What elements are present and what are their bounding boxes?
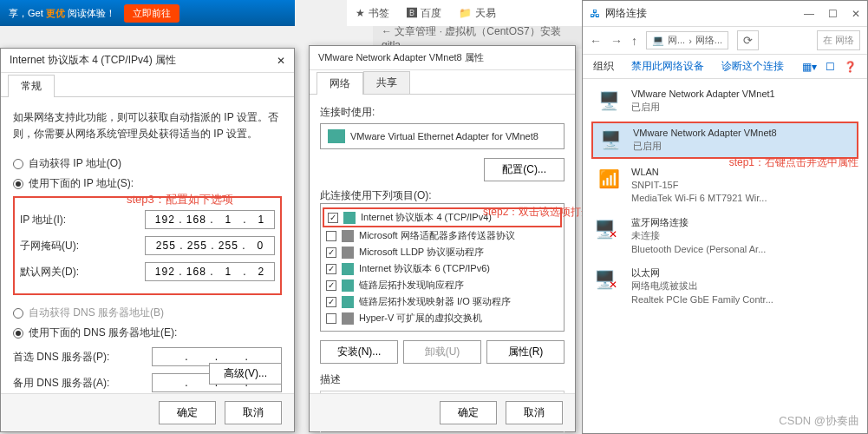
uninstall-button: 卸载(U) (403, 340, 481, 364)
breadcrumb[interactable]: 💻 网... › 网络... (646, 31, 728, 49)
bookmark-bar: ★书签 🅱百度 📁天易 (347, 0, 582, 26)
adapter-icon: 🖥️ (593, 88, 624, 114)
tab-general[interactable]: 常规 (8, 75, 55, 97)
tab-bar: 常规 (1, 73, 294, 97)
ip-input[interactable] (145, 210, 275, 229)
bookmark-item[interactable]: 📁天易 (459, 6, 496, 21)
organize-menu[interactable]: 组织 (593, 59, 614, 74)
promo-banner: 享，Get 更优 阅读体验！ 立即前往 (0, 0, 295, 26)
radio-icon (13, 328, 23, 339)
connection-item-selected[interactable]: 🖥️ VMware Network Adapter VMnet8已启用 (591, 122, 858, 159)
tab-network[interactable]: 网络 (317, 72, 363, 95)
items-label: 此连接使用下列项目(O): (320, 188, 432, 203)
folder-icon: 📁 (459, 7, 472, 19)
list-item[interactable]: Internet 协议版本 6 (TCP/IPv6) (323, 260, 562, 277)
list-item[interactable]: Hyper-V 可扩展的虚拟交换机 (323, 310, 562, 326)
details-icon[interactable]: ☐ (826, 61, 835, 73)
connection-item[interactable]: 🖥️✕ 蓝牙网络连接未连接Bluetooth Device (Personal … (583, 211, 867, 261)
cancel-button[interactable]: 取消 (506, 401, 563, 424)
step2-annotation: step2：双击该选项打开 (483, 205, 591, 220)
gateway-label: 默认网关(D): (20, 265, 79, 279)
advanced-button[interactable]: 高级(V)... (209, 363, 282, 385)
search-input[interactable]: 在 网络 (817, 30, 860, 50)
ok-button[interactable]: 确定 (159, 401, 216, 424)
command-bar: 组织 禁用此网络设备 诊断这个连接 ▦▾ ☐ ❓ (583, 55, 867, 79)
dns1-label: 首选 DNS 服务器(P): (13, 350, 109, 365)
close-icon[interactable]: ✕ (277, 55, 285, 67)
dns2-label: 备用 DNS 服务器(A): (13, 376, 109, 391)
adapter-name-box: VMware Virtual Ethernet Adapter for VMne… (320, 123, 565, 149)
radio-icon (13, 308, 23, 319)
radio-auto-ip[interactable]: 自动获得 IP 地址(O) (13, 156, 282, 171)
minimize-icon[interactable]: — (804, 8, 814, 20)
mask-label: 子网掩码(U): (20, 239, 79, 253)
dialog-titlebar: Internet 协议版本 4 (TCP/IPv4) 属性 ✕ (1, 49, 294, 73)
back-icon[interactable]: ← (590, 34, 602, 48)
adapter-properties-dialog: VMware Network Adapter VMnet8 属性 网络 共享 连… (309, 45, 576, 432)
maximize-icon[interactable]: ☐ (828, 8, 838, 20)
close-icon[interactable]: ✕ (852, 8, 860, 20)
up-icon[interactable]: ↑ (631, 34, 637, 48)
list-item[interactable]: 链路层拓扑发现响应程序 (323, 277, 562, 293)
radio-use-dns[interactable]: 使用下面的 DNS 服务器地址(E): (13, 326, 282, 340)
banner-text2: 阅读体验！ (68, 7, 115, 20)
ip-note: 如果网络支持此功能，则可以获取自动指派的 IP 设置。否则，你需要从网络系统管理… (13, 109, 282, 142)
checkbox-icon (326, 264, 336, 274)
cancel-button[interactable]: 取消 (225, 401, 282, 424)
watermark: CSDN @协奏曲 (779, 413, 859, 429)
network-icon: 🖧 (590, 8, 600, 20)
banner-go-button[interactable]: 立即前往 (124, 4, 179, 23)
mask-input[interactable] (145, 236, 275, 255)
bookmark-item[interactable]: ★书签 (356, 6, 389, 21)
baidu-icon: 🅱 (407, 7, 417, 19)
checkbox-icon (326, 247, 336, 258)
checkbox-icon (326, 231, 336, 241)
list-item[interactable]: Microsoft 网络适配器多路传送器协议 (323, 227, 562, 244)
disable-device-link[interactable]: 禁用此网络设备 (631, 59, 704, 74)
install-button[interactable]: 安装(N)... (320, 340, 398, 364)
connection-item[interactable]: 🖥️ VMware Network Adapter VMnet1已启用 (583, 82, 867, 120)
ip-label: IP 地址(I): (20, 213, 66, 227)
protocol-icon (342, 263, 354, 275)
dialog-titlebar: VMware Network Adapter VMnet8 属性 (310, 46, 575, 70)
adapter-name: VMware Virtual Ethernet Adapter for VMne… (350, 131, 538, 141)
bookmark-item[interactable]: 🅱百度 (407, 6, 441, 21)
radio-use-ip[interactable]: 使用下面的 IP 地址(S): (13, 176, 282, 191)
connection-item[interactable]: 🖥️✕ 以太网网络电缆被拔出Realtek PCIe GbE Family Co… (583, 261, 867, 312)
protocol-icon (342, 296, 354, 308)
toolbar: ← → ↑ 💻 网... › 网络... ⟳ 在 网络 (583, 27, 867, 55)
view-icon[interactable]: ▦▾ (802, 61, 817, 73)
adapter-icon: 🖥️ (595, 127, 626, 153)
bluetooth-icon: 🖥️✕ (593, 216, 624, 242)
ethernet-icon: 🖥️✕ (593, 266, 624, 293)
tab-bar: 网络 共享 (310, 70, 575, 95)
protocol-icon (342, 247, 354, 259)
gateway-input[interactable] (145, 262, 275, 281)
protocol-icon (342, 230, 354, 242)
protocol-list[interactable]: Internet 协议版本 4 (TCP/IPv4) Microsoft 网络适… (320, 203, 565, 332)
protocol-icon (343, 212, 356, 224)
list-item[interactable]: Microsoft LLDP 协议驱动程序 (323, 244, 562, 260)
ip-config-highlight: IP 地址(I): 子网掩码(U): 默认网关(D): (13, 196, 282, 295)
list-item[interactable]: 链路层拓扑发现映射器 I/O 驱动程序 (323, 293, 562, 310)
ipv4-properties-dialog: Internet 协议版本 4 (TCP/IPv4) 属性 ✕ 常规 如果网络支… (0, 48, 295, 432)
diagnose-link[interactable]: 诊断这个连接 (721, 59, 784, 74)
properties-button[interactable]: 属性(R) (486, 340, 565, 364)
protocol-icon (342, 279, 354, 292)
radio-auto-dns: 自动获得 DNS 服务器地址(B) (13, 306, 282, 320)
help-icon[interactable]: ❓ (844, 61, 857, 73)
description-label: 描述 (320, 372, 565, 387)
configure-button[interactable]: 配置(C)... (484, 158, 565, 181)
ok-button[interactable]: 确定 (440, 401, 497, 424)
protocol-icon (342, 312, 354, 325)
step3-annotation: step3：配置如下选项 (127, 192, 233, 207)
checkbox-icon (328, 213, 338, 223)
window-titlebar: 🖧 网络连接 — ☐ ✕ (583, 1, 867, 27)
refresh-icon[interactable]: ⟳ (737, 30, 759, 50)
forward-icon[interactable]: → (610, 34, 623, 48)
adapter-icon (328, 129, 345, 143)
checkbox-icon (326, 313, 336, 324)
tab-sharing[interactable]: 共享 (363, 71, 410, 95)
dialog-title-text: Internet 协议版本 4 (TCP/IPv4) 属性 (10, 53, 176, 68)
wifi-icon: 📶 (593, 166, 624, 192)
